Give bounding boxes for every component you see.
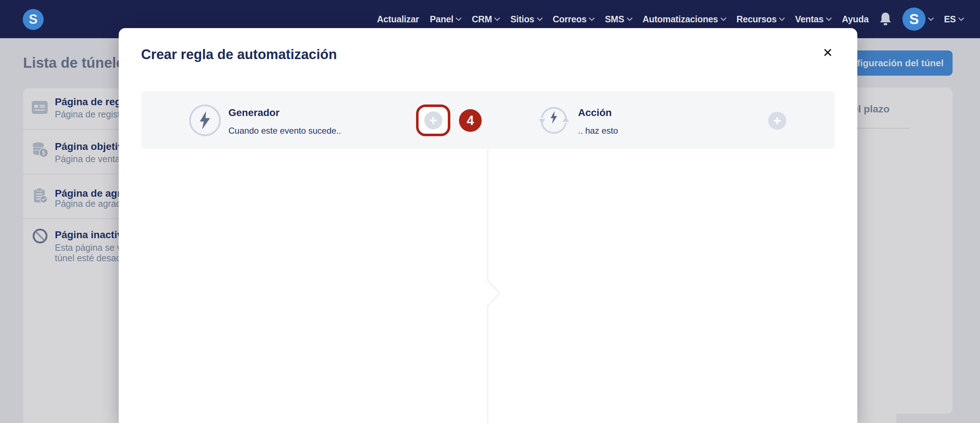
nav-item-panel[interactable]: Panel <box>430 14 461 24</box>
add-trigger-focus-ring: + <box>416 105 450 136</box>
chevron-down-icon <box>720 15 726 21</box>
nav-item-actualizar[interactable]: Actualizar <box>377 14 419 24</box>
modal-title: Crear regla de automatización <box>141 47 337 62</box>
nav-item-crm[interactable]: CRM <box>472 14 500 24</box>
nav-item-ayuda[interactable]: Ayuda <box>842 14 869 24</box>
nav-item-recursos[interactable]: Recursos <box>737 14 784 24</box>
create-automation-rule-modal: Crear regla de automatización ✕ Generado… <box>119 28 858 423</box>
chevron-down-icon <box>627 15 633 21</box>
nav-item-sitios[interactable]: Sitios <box>510 14 542 24</box>
close-icon[interactable]: ✕ <box>819 44 837 61</box>
chevron-down-icon <box>958 15 964 21</box>
nav-item-sms[interactable]: SMS <box>605 14 632 24</box>
chevron-down-icon <box>779 15 785 21</box>
user-avatar: S <box>902 8 926 31</box>
account-menu[interactable]: S <box>902 8 933 31</box>
add-trigger-button[interactable]: + <box>424 111 442 129</box>
chevron-down-icon <box>826 15 832 21</box>
language-selector[interactable]: ES <box>944 14 963 24</box>
nav-item-ventas[interactable]: Ventas <box>795 14 831 24</box>
add-action-button[interactable]: + <box>768 112 786 130</box>
chevron-down-icon <box>928 15 934 21</box>
trigger-title: Generador <box>228 107 280 119</box>
action-subtitle: .. haz esto <box>578 126 618 136</box>
chevron-down-icon <box>456 15 462 21</box>
flow-divider-line <box>119 28 858 423</box>
trigger-count-badge: 4 <box>459 109 482 132</box>
chevron-down-icon <box>536 15 542 21</box>
chevron-down-icon <box>494 15 501 21</box>
chevron-down-icon <box>589 15 595 21</box>
action-sync-bolt-icon <box>536 103 571 138</box>
notifications-bell-icon[interactable] <box>879 12 892 26</box>
action-title: Acción <box>578 107 612 119</box>
brand-logo[interactable]: S <box>23 9 44 30</box>
nav-item-correos[interactable]: Correos <box>553 14 594 24</box>
nav-item-automatizaciones[interactable]: Automatizaciones <box>643 14 725 24</box>
trigger-bolt-icon <box>189 105 221 136</box>
trigger-subtitle: Cuando este evento sucede.. <box>228 126 341 136</box>
rule-builder-row: Generador Cuando este evento sucede.. + … <box>141 91 835 149</box>
